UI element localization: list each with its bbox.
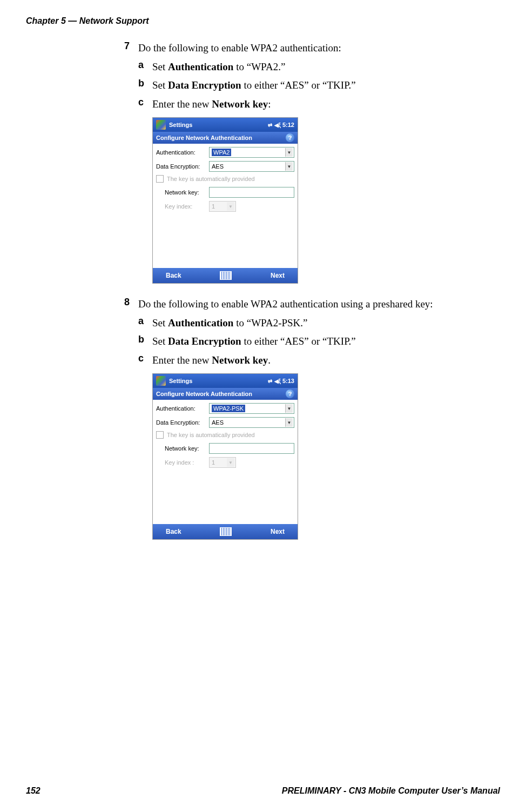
chevron-down-icon: ▼ xyxy=(227,202,234,211)
sub-text: Set Data Encryption to either “AES” or “… xyxy=(152,334,356,350)
title-bar: Settings ⇄ ◀ξ 5:12 xyxy=(153,118,298,132)
key-index-value: 1 xyxy=(212,203,215,210)
next-button[interactable]: Next xyxy=(271,272,285,279)
footer-text: PRELIMINARY - CN3 Mobile Computer User’s… xyxy=(282,786,500,796)
authentication-label: Authentication: xyxy=(156,405,209,412)
network-key-label: Network key: xyxy=(156,189,209,196)
authentication-value: WPA2-PSK xyxy=(212,405,245,412)
key-index-label: Key index: xyxy=(156,203,209,210)
step-8: 8 Do the following to enable WPA2 authen… xyxy=(124,297,502,312)
bottom-bar: Back Next xyxy=(153,268,298,283)
window-title: Settings xyxy=(169,122,266,128)
sub-text: Enter the new Network key: xyxy=(152,97,271,112)
encryption-select[interactable]: AES ▼ xyxy=(209,161,294,172)
window-title: Settings xyxy=(169,378,266,384)
back-button[interactable]: Back xyxy=(166,272,181,279)
main-content: 7 Do the following to enable WPA2 authen… xyxy=(124,41,502,553)
chevron-down-icon[interactable]: ▼ xyxy=(285,404,293,413)
clock-time[interactable]: 5:12 xyxy=(282,122,294,128)
authentication-row: Authentication: WPA2-PSK ▼ xyxy=(156,403,294,414)
authentication-value: WPA2 xyxy=(212,149,231,156)
auto-key-checkbox xyxy=(156,175,164,183)
key-index-select: 1 ▼ xyxy=(209,201,236,212)
chevron-down-icon[interactable]: ▼ xyxy=(285,148,293,157)
clock-time[interactable]: 5:13 xyxy=(282,378,294,384)
page-number: 152 xyxy=(26,786,41,796)
authentication-row: Authentication: WPA2 ▼ xyxy=(156,147,294,158)
screenshot-2: Settings ⇄ ◀ξ 5:13 Configure Network Aut… xyxy=(152,373,502,540)
step-number: 8 xyxy=(124,297,138,308)
keyboard-icon[interactable] xyxy=(220,271,232,280)
sub-letter: b xyxy=(138,78,152,89)
sub-text: Set Authentication to “WPA2-PSK.” xyxy=(152,316,308,331)
sub-letter: b xyxy=(138,334,152,345)
dialog-title: Configure Network Authentication xyxy=(156,135,252,141)
network-key-input[interactable] xyxy=(209,187,294,198)
step-7: 7 Do the following to enable WPA2 authen… xyxy=(124,41,502,56)
step-7c: c Enter the new Network key: xyxy=(138,97,502,112)
start-flag-icon[interactable] xyxy=(156,120,166,130)
network-key-row: Network key: xyxy=(156,443,294,454)
step-8a: a Set Authentication to “WPA2-PSK.” xyxy=(138,316,502,331)
bottom-bar: Back Next xyxy=(153,524,298,539)
chevron-down-icon: ▼ xyxy=(227,458,234,467)
key-index-label: Key index : xyxy=(156,459,209,466)
dialog-subheader: Configure Network Authentication ? xyxy=(153,388,298,400)
chevron-down-icon[interactable]: ▼ xyxy=(285,418,293,427)
authentication-label: Authentication: xyxy=(156,149,209,156)
chapter-header: Chapter 5 — Network Support xyxy=(26,16,149,26)
encryption-value: AES xyxy=(212,163,224,170)
key-index-row: Key index : 1 ▼ xyxy=(156,457,294,468)
next-button[interactable]: Next xyxy=(271,528,285,535)
title-bar: Settings ⇄ ◀ξ 5:13 xyxy=(153,374,298,388)
help-icon[interactable]: ? xyxy=(286,390,294,398)
volume-icon[interactable]: ◀ξ xyxy=(274,378,281,384)
network-key-input[interactable] xyxy=(209,443,294,454)
dialog-subheader: Configure Network Authentication ? xyxy=(153,132,298,144)
start-flag-icon[interactable] xyxy=(156,376,166,386)
connectivity-icon[interactable]: ⇄ xyxy=(268,122,272,128)
step-number: 7 xyxy=(124,41,138,52)
help-icon[interactable]: ? xyxy=(286,133,294,142)
device-window: Settings ⇄ ◀ξ 5:12 Configure Network Aut… xyxy=(152,117,298,284)
key-index-value: 1 xyxy=(212,459,215,466)
dialog-body: Authentication: WPA2-PSK ▼ Data Encrypti… xyxy=(153,400,298,524)
encryption-value: AES xyxy=(212,419,224,426)
step-7a: a Set Authentication to “WPA2.” xyxy=(138,59,502,75)
step-7b: b Set Data Encryption to either “AES” or… xyxy=(138,78,502,93)
step-8c: c Enter the new Network key. xyxy=(138,353,502,368)
authentication-select[interactable]: WPA2-PSK ▼ xyxy=(209,403,294,414)
step-text: Do the following to enable WPA2 authenti… xyxy=(138,297,433,312)
sub-letter: a xyxy=(138,316,152,327)
volume-icon[interactable]: ◀ξ xyxy=(274,122,281,128)
dialog-title: Configure Network Authentication xyxy=(156,391,252,397)
key-index-select: 1 ▼ xyxy=(209,457,236,468)
auto-key-label: The key is automatically provided xyxy=(167,432,255,438)
network-key-row: Network key: xyxy=(156,187,294,198)
auto-key-row: The key is automatically provided xyxy=(156,431,294,439)
encryption-row: Data Encryption: AES ▼ xyxy=(156,161,294,172)
network-key-label: Network key: xyxy=(156,445,209,452)
sub-letter: c xyxy=(138,353,152,364)
sub-text: Enter the new Network key. xyxy=(152,353,271,368)
auto-key-label: The key is automatically provided xyxy=(167,176,255,182)
encryption-select[interactable]: AES ▼ xyxy=(209,417,294,428)
dialog-body: Authentication: WPA2 ▼ Data Encryption: … xyxy=(153,144,298,268)
keyboard-icon[interactable] xyxy=(220,527,232,536)
encryption-row: Data Encryption: AES ▼ xyxy=(156,417,294,428)
device-window: Settings ⇄ ◀ξ 5:13 Configure Network Aut… xyxy=(152,373,298,540)
auto-key-row: The key is automatically provided xyxy=(156,175,294,183)
connectivity-icon[interactable]: ⇄ xyxy=(268,378,272,384)
back-button[interactable]: Back xyxy=(166,528,181,535)
key-index-row: Key index: 1 ▼ xyxy=(156,201,294,212)
auto-key-checkbox xyxy=(156,431,164,439)
step-text: Do the following to enable WPA2 authenti… xyxy=(138,41,341,56)
encryption-label: Data Encryption: xyxy=(156,163,209,170)
sub-letter: a xyxy=(138,59,152,71)
screenshot-1: Settings ⇄ ◀ξ 5:12 Configure Network Aut… xyxy=(152,117,502,284)
sub-text: Set Authentication to “WPA2.” xyxy=(152,59,285,75)
chevron-down-icon[interactable]: ▼ xyxy=(285,162,293,171)
sub-letter: c xyxy=(138,97,152,108)
encryption-label: Data Encryption: xyxy=(156,419,209,426)
authentication-select[interactable]: WPA2 ▼ xyxy=(209,147,294,158)
